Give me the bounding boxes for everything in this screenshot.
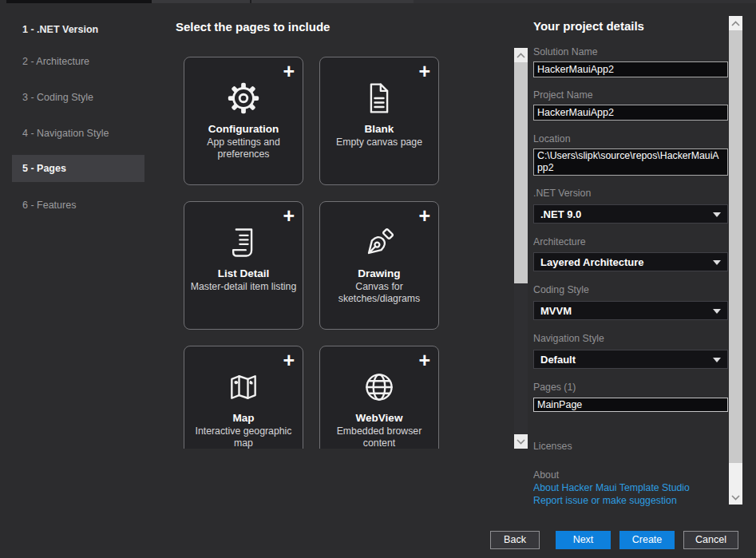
coding-style-label: Coding Style <box>533 284 728 295</box>
location-label: Location <box>533 133 728 144</box>
create-button[interactable]: Create <box>619 531 675 549</box>
page-card-webview[interactable]: + WebView Embedded browser content <box>319 346 439 449</box>
project-details-panel: Your project details Solution Name Proje… <box>533 0 728 506</box>
chevron-down-icon <box>713 260 721 265</box>
navigation-style-value: Default <box>540 354 576 366</box>
chevron-up-icon <box>517 53 525 58</box>
card-description: Canvas for sketches/diagrams <box>320 281 438 306</box>
card-title: Configuration <box>184 123 303 135</box>
dotnet-version-value: .NET 9.0 <box>540 208 581 220</box>
card-title: List Detail <box>184 267 303 279</box>
navigation-style-dropdown[interactable]: Default <box>533 350 728 369</box>
architecture-value: Layered Architecture <box>540 256 644 268</box>
chevron-down-icon <box>517 439 525 445</box>
chevron-down-icon <box>731 495 740 501</box>
card-description: Master-detail item listing <box>184 281 303 293</box>
sidebar-item-pages[interactable]: 5 - Pages <box>12 155 144 182</box>
about-link[interactable]: About Hacker Maui Template Studio <box>533 482 728 493</box>
pages-scrollbar[interactable] <box>514 48 528 449</box>
page-card-map[interactable]: + Map Interactive geographic map <box>184 346 303 449</box>
template-studio-window: 1 - .NET Version 2 - Architecture 3 - Co… <box>0 0 756 558</box>
globe-icon <box>320 367 438 407</box>
add-page-button[interactable]: + <box>418 348 430 372</box>
cancel-button[interactable]: Cancel <box>683 531 738 549</box>
add-page-button[interactable]: + <box>283 59 295 83</box>
page-list-item-mainpage[interactable]: MainPage <box>533 398 728 412</box>
wizard-steps: 1 - .NET Version 2 - Architecture 3 - Co… <box>0 3 156 558</box>
add-page-button[interactable]: + <box>418 59 430 83</box>
page-card-list-detail[interactable]: + List Detail Master-detail item listing <box>184 201 303 330</box>
card-title: WebView <box>320 412 438 424</box>
page-card-configuration[interactable]: + Configuration App settings and <box>184 57 303 185</box>
scroll-down-button[interactable] <box>514 434 528 449</box>
coding-style-value: MVVM <box>540 305 572 317</box>
sidebar-item-net-version[interactable]: 1 - .NET Version <box>12 16 144 43</box>
blank-page-icon <box>320 78 438 118</box>
map-icon <box>184 367 303 407</box>
scroll-down-button[interactable] <box>729 490 742 505</box>
card-title: Map <box>184 412 303 424</box>
card-title: Drawing <box>320 267 438 279</box>
card-title: Blank <box>320 123 438 135</box>
add-page-button[interactable]: + <box>283 348 295 372</box>
location-box[interactable]: C:\Users\slipk\source\repos\HackerMauiAp… <box>533 148 728 176</box>
add-page-button[interactable]: + <box>418 204 430 228</box>
navigation-style-label: Navigation Style <box>533 333 728 344</box>
sidebar-item-navigation-style[interactable]: 4 - Navigation Style <box>12 120 144 147</box>
solution-name-input[interactable] <box>533 61 728 77</box>
chevron-down-icon <box>713 212 721 217</box>
list-detail-icon <box>184 223 303 263</box>
scrollbar-thumb[interactable] <box>514 62 528 283</box>
chevron-down-icon <box>713 309 721 314</box>
scroll-up-button[interactable] <box>729 16 742 30</box>
solution-name-label: Solution Name <box>533 46 728 57</box>
add-page-button[interactable]: + <box>283 204 295 228</box>
page-card-drawing[interactable]: + Drawing Canvas for sketches/diagrams <box>319 201 439 330</box>
architecture-dropdown[interactable]: Layered Architecture <box>533 252 728 271</box>
card-description: Interactive geographic map <box>184 425 303 449</box>
about-label: About <box>533 469 728 481</box>
report-issue-link[interactable]: Report issue or make suggestion <box>533 495 728 506</box>
card-description: Embedded browser content <box>320 425 438 449</box>
dotnet-version-label: .NET Version <box>533 188 728 199</box>
next-button[interactable]: Next <box>556 531 611 549</box>
details-title: Your project details <box>533 19 728 33</box>
pages-count-label: Pages (1) <box>533 382 728 393</box>
top-strip-notch <box>250 0 251 3</box>
details-scrollbar[interactable] <box>729 16 742 505</box>
project-name-label: Project Name <box>533 89 728 101</box>
coding-style-dropdown[interactable]: MVVM <box>533 301 728 320</box>
scrollbar-thumb[interactable] <box>729 30 742 463</box>
page-card-blank[interactable]: + Blank Empty canvas page <box>319 57 439 185</box>
scroll-up-button[interactable] <box>514 48 528 62</box>
pages-panel-title: Select the pages to include <box>176 20 330 34</box>
card-description: App settings and preferences <box>184 137 303 161</box>
sidebar-item-coding-style[interactable]: 3 - Coding Style <box>12 84 144 111</box>
chevron-up-icon <box>731 21 740 26</box>
dotnet-version-dropdown[interactable]: .NET 9.0 <box>533 204 728 224</box>
card-description: Empty canvas page <box>320 137 438 148</box>
sidebar-item-features[interactable]: 6 - Features <box>12 192 144 219</box>
chevron-down-icon <box>713 358 721 362</box>
sidebar-item-architecture[interactable]: 2 - Architecture <box>12 48 144 75</box>
page-cards-grid: + Configuration App settings and <box>184 57 439 449</box>
licenses-label: Licenses <box>533 441 728 452</box>
pen-icon <box>320 223 438 263</box>
back-button[interactable]: Back <box>490 531 540 549</box>
architecture-label: Architecture <box>533 236 728 247</box>
pages-scroll-area: + Configuration App settings and <box>176 48 514 449</box>
project-name-input[interactable] <box>533 105 728 121</box>
gear-icon <box>184 78 303 118</box>
